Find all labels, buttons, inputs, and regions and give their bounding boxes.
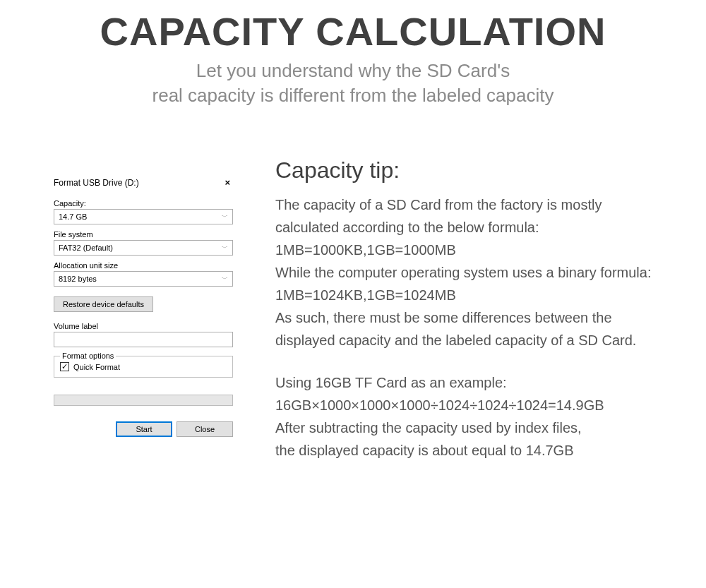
chevron-down-icon: ﹀ [222, 212, 228, 222]
format-dialog: Format USB Drive (D:) × Capacity: 14.7 G… [51, 177, 236, 462]
filesystem-label: File system [54, 230, 233, 239]
capacity-select[interactable]: 14.7 GB ﹀ [54, 209, 233, 224]
tip-line: displayed capacity and the labeled capac… [275, 332, 636, 348]
format-options-fieldset: Format options ✓ Quick Format [54, 356, 233, 378]
dialog-body: Capacity: 14.7 GB ﹀ File system FAT32 (D… [51, 199, 236, 443]
dialog-title: Format USB Drive (D:) [54, 178, 139, 188]
explanation-panel: Capacity tip: The capacity of a SD Card … [275, 157, 678, 462]
tip-line: The capacity of a SD Card from the facto… [275, 197, 602, 212]
filesystem-select[interactable]: FAT32 (Default) ﹀ [54, 240, 233, 256]
subtitle-line-2: real capacity is different from the labe… [152, 85, 554, 106]
tip-paragraph-1: The capacity of a SD Card from the facto… [275, 193, 678, 352]
alloc-select[interactable]: 8192 bytes ﹀ [54, 271, 233, 287]
chevron-down-icon: ﹀ [222, 275, 228, 284]
quick-format-checkbox[interactable]: ✓ [60, 362, 69, 371]
page-subtitle: Let you understand why the SD Card's rea… [0, 59, 706, 108]
tip-line: 16GB×1000×1000×1000÷1024÷1024÷1024=14.9G… [275, 397, 604, 413]
capacity-value: 14.7 GB [59, 212, 87, 221]
tip-line: 1MB=1024KB,1GB=1024MB [275, 287, 456, 303]
capacity-label: Capacity: [54, 199, 233, 208]
quick-format-label: Quick Format [73, 363, 120, 371]
tip-heading: Capacity tip: [275, 157, 678, 184]
tip-line: While the computer operating system uses… [275, 265, 651, 280]
tip-line: Using 16GB TF Card as an example: [275, 375, 507, 390]
volume-input[interactable] [54, 332, 233, 347]
quick-format-row[interactable]: ✓ Quick Format [60, 362, 227, 371]
page-header: CAPACITY CALCULATION Let you understand … [0, 0, 706, 108]
tip-line: 1MB=1000KB,1GB=1000MB [275, 242, 456, 258]
filesystem-value: FAT32 (Default) [59, 244, 113, 252]
tip-line: As such, there must be some differences … [275, 310, 612, 325]
close-button[interactable]: Close [176, 421, 233, 437]
dialog-buttons: Start Close [54, 421, 233, 443]
alloc-label: Allocation unit size [54, 261, 233, 270]
progress-bar [54, 395, 233, 406]
tip-line: calculated according to the below formul… [275, 220, 539, 235]
format-options-legend: Format options [60, 352, 116, 360]
dialog-titlebar: Format USB Drive (D:) × [51, 177, 236, 193]
subtitle-line-1: Let you understand why the SD Card's [196, 60, 510, 81]
restore-defaults-button[interactable]: Restore device defaults [54, 296, 153, 312]
tip-line: the displayed capacity is about equal to… [275, 443, 574, 458]
content-row: Format USB Drive (D:) × Capacity: 14.7 G… [0, 157, 706, 462]
close-icon[interactable]: × [222, 177, 233, 188]
alloc-value: 8192 bytes [59, 275, 97, 283]
page-title: CAPACITY CALCULATION [0, 8, 706, 54]
tip-line: After subtracting the capacity used by i… [275, 420, 582, 436]
start-button[interactable]: Start [116, 421, 172, 437]
chevron-down-icon: ﹀ [222, 244, 228, 253]
volume-label: Volume label [54, 322, 233, 330]
tip-paragraph-2: Using 16GB TF Card as an example: 16GB×1… [275, 371, 678, 462]
